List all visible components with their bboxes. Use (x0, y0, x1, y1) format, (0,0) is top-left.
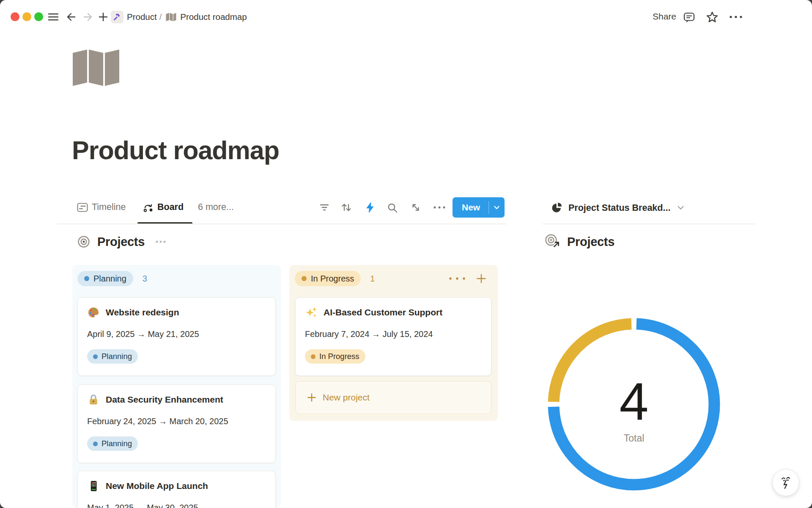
donut-total-value: 4 (587, 375, 680, 428)
card-title: Website redesign (106, 307, 179, 318)
donut-total-label: Total (587, 433, 680, 444)
linked-target-icon (545, 233, 561, 250)
share-button[interactable]: Share (653, 11, 676, 22)
card-title: AI-Based Customer Support (324, 307, 442, 318)
view-more-icon[interactable] (432, 205, 447, 210)
card-website-redesign[interactable]: Website redesign April 9, 2025 → May 21,… (77, 297, 276, 376)
breadcrumb-page[interactable]: Product roadmap (180, 12, 247, 22)
forward-arrow-icon[interactable] (82, 12, 93, 22)
traffic-light-minimize[interactable] (22, 12, 31, 21)
breadcrumb-separator: / (159, 12, 162, 22)
planning-group-label: Planning (93, 274, 126, 284)
new-project-button[interactable]: New project (295, 381, 491, 414)
hammer-icon (112, 12, 122, 22)
map-icon (73, 50, 119, 88)
donut-center: 4 Total (587, 375, 680, 444)
card-title: New Mobile App Launch (106, 481, 208, 491)
notion-face-button[interactable] (772, 469, 799, 496)
sparkles-icon (305, 306, 318, 319)
breadcrumb-team[interactable]: Product (127, 12, 157, 22)
mobile-phone-icon (87, 480, 100, 492)
more-icon[interactable] (728, 13, 743, 21)
tab-timeline[interactable]: Timeline (77, 202, 126, 213)
tab-board[interactable]: Board (143, 202, 184, 213)
new-button[interactable]: New (453, 197, 505, 218)
map-icon (166, 13, 176, 22)
new-button-chevron[interactable] (489, 197, 505, 218)
tab-timeline-label: Timeline (92, 202, 126, 213)
new-project-label: New project (323, 392, 370, 403)
card-dates: February 24, 2025 → March 20, 2025 (87, 417, 266, 426)
section-more-icon[interactable] (155, 240, 167, 243)
inprogress-group-label: In Progress (311, 274, 354, 284)
pie-chart-icon (551, 202, 563, 214)
tab-board-label: Board (157, 202, 184, 213)
inprogress-count: 1 (370, 274, 375, 284)
card-title: Data Security Enhancement (106, 395, 223, 405)
card-ai-customer-support[interactable]: AI-Based Customer Support February 7, 20… (295, 297, 491, 376)
chart-view-title[interactable]: Project Status Breakd... (568, 203, 670, 213)
palette-icon (87, 306, 100, 319)
status-dot-planning (84, 276, 89, 281)
card-dates: May 1, 2025 → May 30, 2025 (87, 503, 266, 508)
notion-window: Product / Product roadmap Share (0, 0, 812, 508)
card-mobile-app-launch[interactable]: New Mobile App Launch May 1, 2025 → May … (77, 471, 276, 508)
tab-more-label: 6 more... (198, 202, 234, 213)
inprogress-group-pill[interactable]: In Progress (295, 271, 361, 286)
chart-section-heading[interactable]: Projects (545, 232, 614, 251)
card-status-badge: In Progress (305, 349, 365, 364)
hamburger-menu-icon[interactable] (48, 12, 59, 22)
timeline-icon (77, 203, 88, 212)
titlebar: Product / Product roadmap Share (0, 0, 812, 28)
teamspace-icon-box[interactable] (111, 11, 123, 23)
back-arrow-icon[interactable] (66, 12, 77, 22)
lock-icon (87, 393, 100, 406)
column-more-icon[interactable] (447, 275, 469, 282)
planning-group-pill[interactable]: Planning (77, 271, 133, 286)
planning-count: 3 (143, 274, 147, 284)
right-panel-divider (543, 224, 755, 224)
card-status-badge: Planning (87, 349, 138, 364)
card-dates: February 7, 2024 → July 15, 2024 (305, 329, 482, 339)
face-icon (779, 474, 793, 491)
comment-icon[interactable] (683, 11, 695, 24)
card-data-security[interactable]: Data Security Enhancement February 24, 2… (77, 384, 276, 463)
board-icon (143, 202, 154, 213)
page-title[interactable]: Product roadmap (72, 135, 279, 165)
tab-more-views[interactable]: 6 more... (198, 202, 234, 213)
new-button-label[interactable]: New (453, 202, 488, 213)
chevron-down-icon (678, 206, 684, 210)
target-icon (77, 235, 90, 248)
card-dates: April 9, 2025 → May 21, 2025 (87, 329, 266, 339)
board-section-title: Projects (97, 235, 145, 249)
filter-icon[interactable] (319, 202, 330, 213)
card-status-badge: Planning (87, 436, 138, 451)
expand-icon[interactable] (410, 202, 421, 213)
plus-icon (307, 393, 316, 402)
sort-icon[interactable] (340, 202, 353, 213)
chart-section-title: Projects (567, 235, 614, 249)
page-icon[interactable] (73, 50, 119, 88)
search-icon[interactable] (387, 202, 398, 214)
lightning-icon[interactable] (365, 202, 376, 213)
status-dot-inprogress (302, 276, 307, 281)
chevron-down-icon (494, 206, 499, 210)
left-panel-divider (57, 224, 506, 224)
new-tab-plus-icon[interactable] (98, 12, 109, 22)
star-icon[interactable] (705, 11, 719, 24)
chart-view-header[interactable]: Project Status Breakd... (551, 201, 684, 215)
traffic-light-close[interactable] (11, 12, 19, 21)
board-section-heading: Projects (77, 233, 167, 250)
traffic-light-zoom[interactable] (34, 12, 43, 21)
column-add-card-icon[interactable] (475, 273, 487, 284)
